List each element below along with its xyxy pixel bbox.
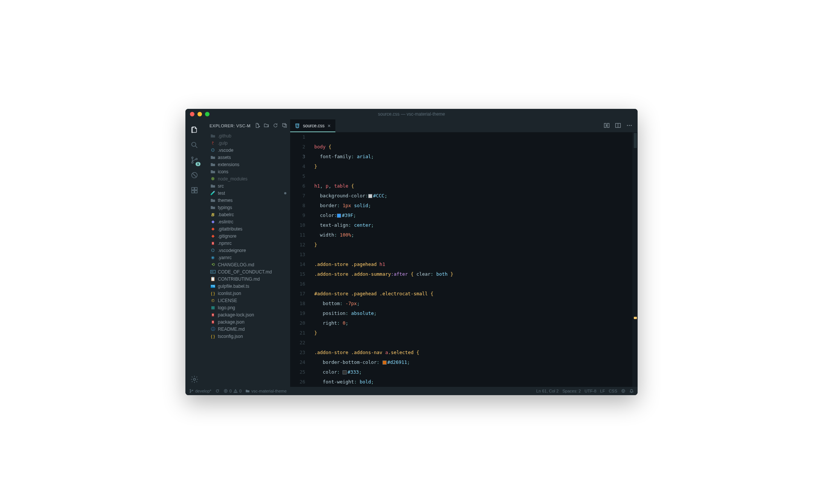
tree-item-gulpfile-babel-ts[interactable]: TSgulpfile.babel.ts [203, 283, 290, 290]
tree-item-themes[interactable]: themes [203, 197, 290, 204]
status-encoding[interactable]: UTF-8 [584, 389, 596, 393]
svg-point-21 [236, 392, 236, 393]
more-actions-button[interactable] [626, 122, 632, 130]
folder-icon [210, 205, 216, 210]
color-swatch [382, 360, 387, 365]
tree-item--gitattributes[interactable]: ◆.gitattributes [203, 225, 290, 232]
activity-source-control[interactable]: 1 [185, 153, 203, 168]
status-language[interactable]: CSS [609, 389, 617, 393]
new-file-icon [255, 123, 260, 128]
tree-item--gitignore[interactable]: ◆.gitignore [203, 232, 290, 240]
activity-search[interactable] [185, 137, 203, 153]
tree-item-contributing-md[interactable]: 📋CONTRIBUTING.md [203, 275, 290, 283]
tree-item--vscodeignore[interactable]: ⌬.vscodeignore [203, 247, 290, 254]
svg-rect-11 [604, 123, 606, 127]
tree-item-package-lock-json[interactable]: npackage-lock.json [203, 311, 290, 318]
folder-icon [245, 389, 250, 393]
status-folder[interactable]: vsc-material-theme [245, 389, 287, 393]
tree-item--npmrc[interactable]: n.npmrc [203, 240, 290, 247]
activity-settings[interactable] [185, 372, 203, 387]
tree-item-test[interactable]: 🧪test [203, 189, 290, 197]
nodemod-icon: ⬢ [210, 176, 216, 182]
tree-item--eslintrc[interactable]: ◆.eslintrc [203, 218, 290, 225]
minimap[interactable] [632, 132, 638, 387]
activity-extensions[interactable] [185, 183, 203, 198]
tree-item-logo-png[interactable]: ▦logo.png [203, 304, 290, 311]
svg-point-18 [190, 392, 191, 393]
tree-item-license[interactable]: ©LICENSE [203, 297, 290, 304]
tree-item-changelog-md[interactable]: ⟲CHANGELOG.md [203, 261, 290, 268]
file-label: CODE_OF_CONDUCT.md [218, 269, 272, 275]
file-label: test [218, 191, 225, 196]
tab-label: source.css [303, 123, 324, 128]
tree-item--vscode[interactable]: ⌬.vscode [203, 147, 290, 154]
file-tree[interactable]: .github᱖.gulp⌬.vscodeassetsextensionsico… [203, 132, 290, 387]
new-folder-icon [264, 123, 269, 128]
file-label: .vscode [218, 148, 233, 153]
debug-icon [190, 171, 199, 179]
activity-debug[interactable] [185, 168, 203, 183]
new-folder-button[interactable] [264, 123, 269, 129]
babel-icon: B [210, 212, 216, 217]
editor-tabs: source.css × [290, 119, 638, 132]
refresh-button[interactable] [273, 123, 278, 129]
file-label: .github [218, 133, 231, 139]
explorer-sidebar: EXPLORER: VSC-M .github᱖.gulp⌬.vscodeass… [203, 119, 290, 387]
compare-icon [604, 122, 610, 128]
tree-item-src[interactable]: src [203, 182, 290, 189]
svg-point-0 [192, 142, 196, 147]
file-label: typings [218, 205, 232, 210]
gear-icon [190, 375, 199, 383]
status-cursor[interactable]: Ln 61, Col 2 [536, 389, 558, 393]
file-label: .eslintrc [218, 219, 233, 225]
file-label: .vscodeignore [218, 248, 246, 253]
tree-item-icons[interactable]: icons [203, 168, 290, 175]
status-problems[interactable]: 0 0 [223, 389, 242, 393]
activity-explorer[interactable] [185, 122, 203, 137]
svg-point-17 [190, 389, 191, 390]
file-label: themes [218, 198, 233, 203]
file-label: .gitignore [218, 234, 236, 239]
tree-item-readme-md[interactable]: ⓘREADME.md [203, 325, 290, 333]
tree-item-node-modules[interactable]: ⬢node_modules [203, 175, 290, 182]
vscode-icon: ⌬ [210, 148, 216, 153]
tree-item-code-of-conduct-md[interactable]: M↓CODE_OF_CONDUCT.md [203, 268, 290, 275]
file-label: .babelrc [218, 212, 234, 217]
svg-rect-5 [192, 188, 194, 190]
collapse-all-button[interactable] [282, 123, 287, 129]
svg-point-23 [623, 390, 623, 391]
svg-point-19 [192, 390, 193, 391]
npm-icon: n [210, 241, 216, 246]
tree-item--gulp[interactable]: ᱖.gulp [203, 139, 290, 147]
status-sync[interactable] [215, 389, 220, 393]
file-label: extensions [218, 162, 239, 167]
status-indent[interactable]: Spaces: 2 [562, 389, 581, 393]
code-content[interactable]: body { font-family: arial;}h1, p, table … [311, 132, 638, 387]
status-branch[interactable]: develop* [189, 389, 211, 393]
status-notifications[interactable] [629, 389, 634, 393]
new-file-button[interactable] [255, 123, 260, 129]
status-eol[interactable]: LF [600, 389, 605, 393]
file-label: package-lock.json [218, 312, 254, 318]
svg-rect-12 [607, 123, 609, 127]
file-label: CONTRIBUTING.md [218, 276, 260, 282]
code-editor[interactable]: 1234567891011121314151617181920212223242… [290, 132, 638, 387]
tree-item-package-json[interactable]: npackage.json [203, 318, 290, 325]
tree-item--github[interactable]: .github [203, 132, 290, 139]
tree-item-assets[interactable]: assets [203, 154, 290, 161]
status-feedback[interactable] [621, 389, 626, 393]
tree-item--yarnrc[interactable]: ◉.yarnrc [203, 254, 290, 261]
tab-source-css[interactable]: source.css × [290, 119, 335, 132]
changelog-icon: ⟲ [210, 262, 216, 267]
tree-item-tsconfig-json[interactable]: { }tsconfig.json [203, 333, 290, 340]
compare-changes-button[interactable] [604, 122, 610, 130]
tree-item-iconlist-json[interactable]: { }iconlist.json [203, 290, 290, 297]
tree-item-extensions[interactable]: extensions [203, 161, 290, 168]
tree-item--babelrc[interactable]: B.babelrc [203, 211, 290, 218]
split-editor-button[interactable] [615, 122, 621, 130]
yarn-icon: ◉ [210, 255, 216, 260]
file-label: LICENSE [218, 298, 237, 303]
tree-item-typings[interactable]: typings [203, 204, 290, 211]
tab-close-button[interactable]: × [327, 123, 330, 128]
npm-icon: n [210, 319, 216, 325]
